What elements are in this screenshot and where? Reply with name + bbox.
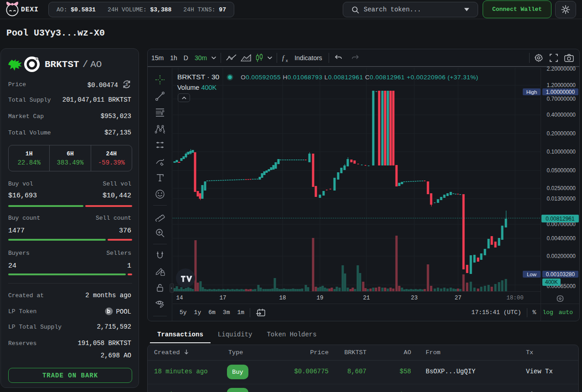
- svg-text:f: f: [282, 54, 285, 62]
- svg-text:x: x: [286, 58, 288, 62]
- svg-text:$: $: [125, 82, 128, 87]
